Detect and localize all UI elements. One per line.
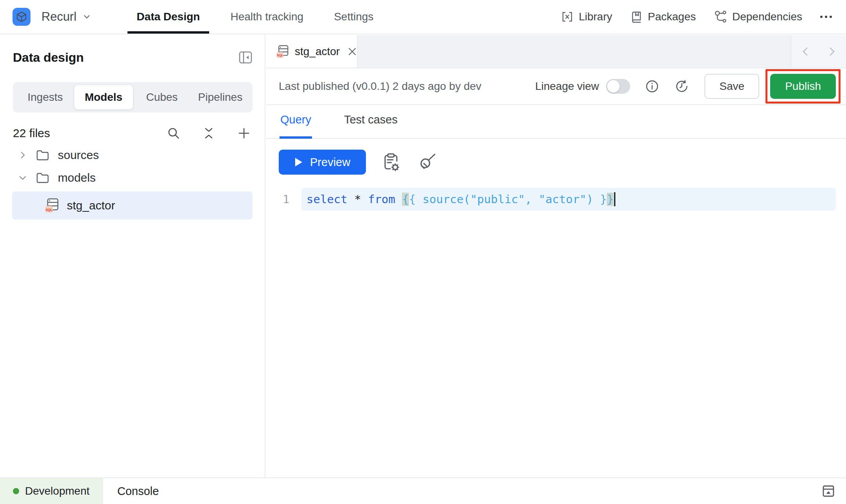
tree-item-label: models [58, 171, 96, 184]
history-clock-icon [675, 79, 689, 93]
close-icon [347, 46, 357, 57]
chevron-left-icon [800, 46, 810, 57]
environment-badge[interactable]: Development [0, 478, 103, 504]
tab-pipelines[interactable]: Pipelines [191, 85, 249, 109]
sidebar-tab-group: Ingests Models Cubes Pipelines [13, 82, 253, 113]
tree-folder-models[interactable]: models [0, 166, 265, 189]
collapse-panel-icon [238, 50, 253, 65]
broom-icon [417, 153, 436, 172]
library-button[interactable]: Library [561, 11, 612, 23]
dependencies-label: Dependencies [732, 11, 802, 23]
tree-folder-sources[interactable]: sources [0, 144, 265, 166]
files-toolbar: 22 files [13, 127, 251, 140]
dependencies-button[interactable]: Dependencies [714, 10, 802, 23]
nav-tab-health-tracking[interactable]: Health tracking [221, 0, 313, 34]
folder-icon [36, 149, 49, 161]
nav-tab-settings[interactable]: Settings [324, 0, 383, 34]
code-line-1[interactable]: select * from { { source("public", "acto… [301, 188, 836, 211]
code-token [395, 193, 402, 206]
code-token: } [607, 193, 613, 206]
tree-item-label: sources [58, 148, 99, 162]
chevron-right-icon[interactable] [18, 151, 27, 159]
tab-ingests[interactable]: Ingests [16, 85, 74, 109]
tab-nav-controls [790, 35, 846, 68]
lineage-view-toggle[interactable] [606, 79, 630, 94]
editor-tab-title: stg_actor [295, 45, 340, 58]
editor-tab-stg-actor[interactable]: SQL stg_actor [266, 35, 358, 68]
expand-console-button[interactable] [822, 484, 835, 498]
query-canvas: Preview [266, 139, 846, 211]
code-token: select [306, 193, 348, 206]
top-bar: Recurl Data Design Health tracking Setti… [0, 0, 846, 34]
publish-annotation-highlight: Publish [765, 69, 841, 104]
tab-query[interactable]: Query [280, 113, 312, 139]
ellipsis-icon [819, 14, 833, 19]
chevron-right-icon [827, 46, 837, 57]
save-button[interactable]: Save [704, 74, 759, 99]
more-menu-button[interactable] [819, 14, 833, 19]
query-settings-button[interactable] [382, 152, 400, 172]
code-editor[interactable]: 1 select * from { { source("public", "ac… [266, 188, 846, 211]
app-window: Recurl Data Design Health tracking Setti… [0, 0, 846, 504]
files-count: 22 files [13, 127, 145, 140]
code-token: source("public", "actor") [416, 193, 600, 206]
nav-tab-data-design[interactable]: Data Design [127, 0, 210, 34]
last-published-info: Last published (v0.0.1) 2 days ago by de… [279, 80, 535, 93]
info-button[interactable] [645, 79, 659, 93]
history-button[interactable] [675, 79, 689, 93]
topbar-actions: Library Packages Dependencies [543, 10, 833, 23]
query-actions-row: Preview [279, 150, 846, 175]
sidebar-title: Data design [13, 50, 84, 65]
nav-forward-button[interactable] [827, 46, 837, 57]
sql-file-icon: SQL [276, 45, 289, 59]
tab-test-cases[interactable]: Test cases [343, 113, 398, 139]
collapse-sidebar-button[interactable] [238, 50, 253, 65]
editor-subtabs: Query Test cases [266, 105, 846, 139]
tab-cubes[interactable]: Cubes [133, 85, 191, 109]
tree-file-stg-actor[interactable]: SQL stg_actor [12, 191, 253, 220]
svg-text:SQL: SQL [45, 208, 53, 212]
search-icon [167, 127, 180, 140]
workspace-name: Recurl [41, 10, 77, 24]
app-logo[interactable] [13, 8, 30, 26]
plus-icon [237, 127, 251, 140]
chevron-down-icon[interactable] [18, 173, 27, 182]
cube-icon [16, 11, 27, 22]
close-tab-button[interactable] [347, 46, 357, 57]
code-token: * [348, 193, 368, 206]
line-number: 1 [266, 193, 301, 206]
tree-item-label: stg_actor [67, 199, 115, 212]
clipboard-gear-icon [382, 152, 400, 172]
nav-back-button[interactable] [800, 46, 810, 57]
format-query-button[interactable] [417, 153, 436, 172]
brackets-x-icon [561, 11, 574, 23]
environment-status-dot [13, 488, 19, 494]
info-icon [645, 79, 659, 93]
tab-models[interactable]: Models [74, 85, 133, 109]
console-tab[interactable]: Console [117, 485, 159, 498]
code-token: from [368, 193, 395, 206]
play-icon [294, 157, 303, 167]
environment-label: Development [25, 485, 90, 497]
panel-expand-icon [822, 484, 835, 498]
preview-button[interactable]: Preview [279, 150, 366, 175]
search-files-button[interactable] [167, 127, 180, 140]
sql-file-icon: SQL [45, 198, 59, 213]
status-bar: Development Console [0, 477, 846, 504]
text-cursor [614, 192, 615, 206]
primary-nav: Data Design Health tracking Settings [127, 0, 395, 34]
collapse-all-button[interactable] [202, 127, 215, 140]
toggle-knob [607, 80, 620, 93]
chevron-down-icon [82, 12, 91, 21]
graph-nodes-icon [714, 10, 727, 23]
folder-icon [36, 172, 49, 184]
file-tree: sources models [0, 144, 265, 220]
add-file-button[interactable] [237, 127, 251, 140]
packages-label: Packages [648, 11, 696, 23]
library-label: Library [579, 11, 612, 23]
publish-button[interactable]: Publish [770, 74, 836, 99]
packages-button[interactable]: Packages [630, 11, 696, 23]
editor-panel: SQL stg_actor Last published (v0.0. [266, 35, 846, 477]
workspace-switcher[interactable]: Recurl [41, 10, 91, 24]
editor-tab-strip: SQL stg_actor [266, 35, 846, 68]
